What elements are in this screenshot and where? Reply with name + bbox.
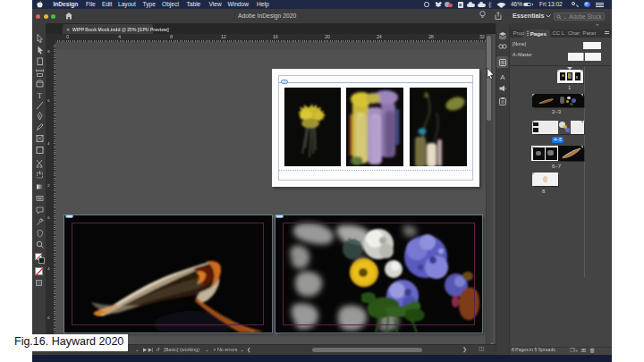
svg-text:T: T — [38, 90, 43, 99]
